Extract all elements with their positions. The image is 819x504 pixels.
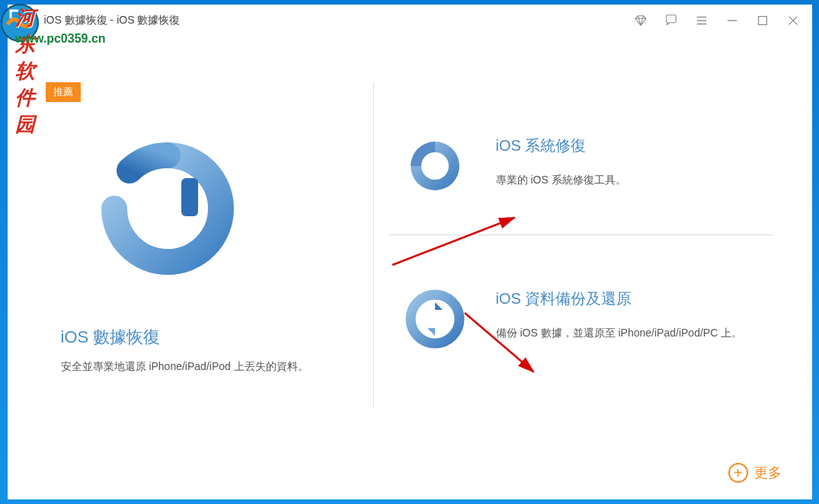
right-panel: iOS 系統修復 專業的 iOS 系統修復工具。 — [389, 67, 774, 477]
recovery-logo-icon — [91, 132, 366, 288]
content-area: 推薦 — [8, 37, 812, 499]
system-repair-title: iOS 系統修復 — [496, 136, 759, 156]
app-window: iOS 數據恢復 - iOS 數據恢復 推薦 — [8, 5, 812, 499]
system-repair-desc: 專業的 iOS 系統修復工具。 — [496, 171, 759, 190]
left-panel[interactable]: 推薦 — [46, 67, 366, 477]
app-icon — [20, 13, 35, 28]
app-title: iOS 數據恢復 - iOS 數據恢復 — [44, 14, 181, 27]
system-repair-icon — [405, 136, 465, 196]
svg-rect-8 — [181, 178, 198, 216]
maximize-icon[interactable] — [756, 14, 769, 27]
system-repair-item[interactable]: iOS 系統修復 專業的 iOS 系統修復工具。 — [389, 113, 774, 219]
svg-point-9 — [411, 295, 459, 343]
backup-restore-title: iOS 資料備份及還原 — [496, 289, 759, 309]
close-icon[interactable] — [786, 14, 800, 27]
more-button[interactable]: + 更多 — [728, 463, 782, 483]
more-label: 更多 — [754, 464, 782, 482]
titlebar: iOS 數據恢復 - iOS 數據恢復 — [8, 5, 812, 37]
backup-restore-icon — [405, 289, 465, 349]
vertical-divider — [373, 82, 374, 408]
backup-restore-item[interactable]: iOS 資料備份及還原 備份 iOS 數據，並還原至 iPhone/iPad/i… — [389, 234, 774, 372]
feedback-icon[interactable] — [664, 14, 678, 27]
plus-icon: + — [728, 463, 748, 483]
recommend-badge: 推薦 — [46, 82, 81, 102]
backup-restore-desc: 備份 iOS 數據，並還原至 iPhone/iPad/iPod/PC 上。 — [496, 324, 759, 343]
left-desc: 安全並專業地還原 iPhone/iPad/iPod 上丟失的資料。 — [61, 358, 366, 375]
menu-icon[interactable] — [695, 14, 709, 27]
left-title: iOS 數據恢復 — [61, 326, 366, 349]
minimize-icon[interactable] — [725, 14, 739, 27]
svg-rect-5 — [758, 17, 766, 25]
diamond-icon[interactable] — [634, 14, 648, 27]
